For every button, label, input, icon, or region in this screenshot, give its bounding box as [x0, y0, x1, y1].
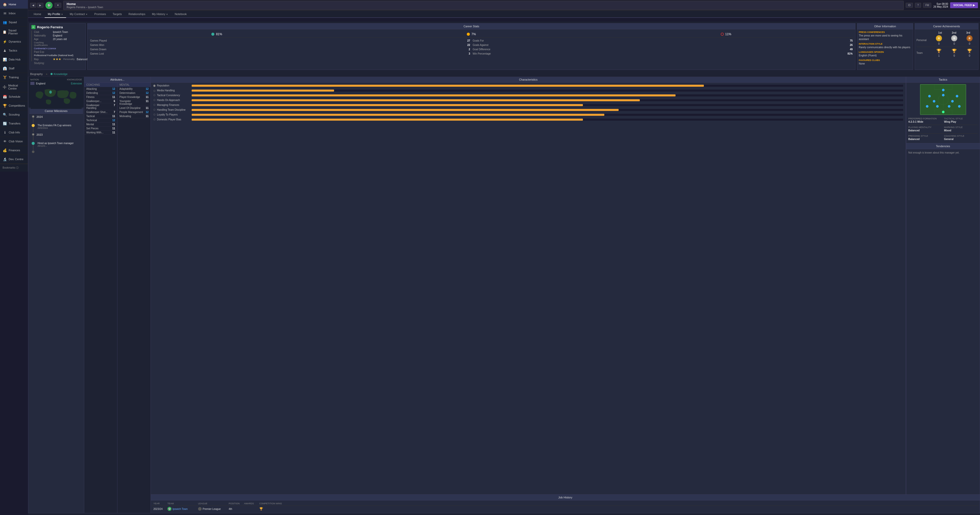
char-loyalty-bar — [192, 114, 327, 116]
detail-coaching-qual: Coaching Qualifications — [34, 41, 87, 46]
attributes-section: Attributes... COACHING Attacking 12 Defe… — [84, 77, 151, 172]
sidebar-item-training[interactable]: 🏋 Training — [0, 73, 28, 82]
sidebar-item-squad-planner[interactable]: 📋 Squad Planner — [0, 27, 28, 37]
attr-technical: Technical 12 — [84, 118, 117, 122]
tab-relationships[interactable]: Relationships — [125, 11, 148, 18]
right-side: Characteristics ⓘ Reputation ⓘ Media Han… — [151, 77, 327, 172]
map-knowledge-level: Extensive — [71, 82, 82, 85]
year-2024-label: 2024 — [37, 115, 43, 118]
main-area: ✏ Rogerio Ferreira — [28, 22, 327, 172]
char-tactical-consistency: ⓘ Tactical Consistency — [153, 94, 327, 97]
sidebar-item-label: Scouting — [9, 113, 20, 116]
profile-name-bar: ✏ Rogerio Ferreira — [32, 25, 84, 29]
char-handson-bar — [192, 99, 327, 101]
sidebar-item-scouting[interactable]: 🔍 Scouting — [0, 110, 28, 119]
attributes-columns: COACHING Attacking 12 Defending 12 Fitne… — [84, 83, 151, 172]
stat-row-3a: Games Drawn 2 — [89, 48, 327, 51]
sidebar-item-label: Tactics — [9, 49, 18, 52]
char-domestic-bias: ⓘ Domestic Player Bias — [153, 118, 327, 121]
sidebar-item-label: Data Hub — [9, 58, 21, 61]
map-nation-label: NATION — [30, 78, 39, 81]
tab-promises[interactable]: Promises — [91, 11, 109, 18]
char-media-bar-bg — [192, 89, 327, 92]
char-discipline-bar-bg — [192, 109, 327, 111]
char-tactical-bar — [192, 94, 327, 96]
dynamics-icon: ⚡ — [3, 39, 7, 44]
attr-set-pieces: Set Pieces 11 — [84, 127, 117, 130]
sidebar-item-medical[interactable]: ➕ Medical Centre — [0, 82, 28, 92]
char-managing-finances: ⓘ Managing Finances — [153, 103, 327, 106]
forward-button[interactable]: ▶ — [37, 3, 43, 8]
tab-targets[interactable]: Targets — [110, 11, 125, 18]
stat-row-2a: Games Won 22 — [89, 43, 327, 47]
sidebar-item-tactics[interactable]: ♟ Tactics — [0, 46, 28, 55]
bio-knowledge-bar: Biography ● Knowledge — [28, 72, 327, 77]
sidebar-item-club-info[interactable]: ℹ Club Info — [0, 128, 28, 137]
sidebar-item-club-vision[interactable]: 👁 Club Vision — [0, 137, 28, 146]
sidebar-item-competitions[interactable]: 🏆 Competitions — [0, 101, 28, 110]
planner-icon: 📋 — [3, 30, 6, 34]
attr-mental: Mental 11 — [84, 122, 117, 127]
avatar — [32, 30, 32, 61]
sidebar-item-label: Home — [9, 3, 16, 6]
back-button[interactable]: ◀ — [30, 3, 36, 8]
detail-nationality: Nationality England — [34, 34, 87, 37]
sidebar-item-squad[interactable]: 👥 Squad — [0, 18, 28, 27]
sidebar-item-label: Club Info — [9, 131, 20, 134]
char-reputation: ⓘ Reputation — [153, 84, 327, 87]
profile-name: Rogerio Ferreira — [37, 25, 63, 29]
stat-row-4a: Games Lost 3 — [89, 52, 327, 56]
sidebar-item-finances[interactable]: 💰 Finances — [0, 146, 28, 155]
attr-tactical: Tactical 11 — [84, 114, 117, 118]
milestone-1-title[interactable]: The Emirates FA Cup winners — [38, 124, 80, 127]
bookmarks[interactable]: Bookmarks ⓘ — [0, 164, 28, 172]
sidebar-item-dynamics[interactable]: ⚡ Dynamics — [0, 37, 28, 46]
sidebar-item-label: Staff — [9, 67, 14, 70]
detail-age: Age 20 years old — [34, 38, 87, 41]
attributes-title[interactable]: Attributes... — [84, 77, 151, 83]
tab-my-history[interactable]: My History ▼ — [149, 11, 171, 18]
stat-wins: 81% — [211, 32, 222, 36]
char-team-discipline: ⓘ Handling Team Discipline — [153, 108, 327, 111]
knowledge-button[interactable]: Knowledge — [51, 72, 67, 76]
sidebar-item-transfers[interactable]: 🔄 Transfers — [0, 119, 28, 128]
sidebar-item-data-hub[interactable]: 📊 Data Hub — [0, 55, 28, 64]
svg-point-13 — [49, 91, 52, 94]
sidebar-item-schedule[interactable]: 📅 Schedule — [0, 92, 28, 101]
milestone-2-title[interactable]: Hired as Ipswich Town manager — [38, 142, 80, 145]
sidebar-item-label: Competitions — [9, 104, 25, 107]
tab-my-contract[interactable]: My Contract ▼ — [67, 11, 91, 18]
attr-adaptability: Adaptability 12 — [118, 87, 151, 91]
rep-stars: ★★★ — [53, 57, 61, 61]
tab-home[interactable]: Home — [30, 11, 44, 18]
data-hub-icon: 📊 — [3, 57, 7, 62]
edit-icon[interactable]: ✏ — [32, 25, 35, 29]
transfers-icon: 🔄 — [3, 121, 7, 126]
green-dot — [211, 33, 215, 36]
sidebar-item-staff[interactable]: 👔 Staff — [0, 64, 28, 73]
sidebar-item-home[interactable]: 🏠 Home — [0, 0, 28, 9]
home-icon: 🏠 — [3, 2, 7, 6]
sidebar-item-label: Dynamics — [9, 40, 21, 43]
club-icon: ⚽ — [45, 2, 52, 9]
sidebar-item-dev-centre[interactable]: 🔬 Dev. Centre — [0, 155, 28, 164]
schedule-icon: 📅 — [3, 94, 7, 99]
domestic-bias-icon: ⓘ — [153, 118, 156, 121]
left-panel: NATION KNOWLEDGE England Extensive — [28, 77, 84, 172]
sidebar-item-inbox[interactable]: ✉ Inbox — [0, 9, 28, 18]
biography-button[interactable]: Biography — [30, 72, 43, 76]
career-stats-content: 81% 7% 11% Games Played 27 — [88, 29, 327, 58]
timeline-year-2023: 2023 — [32, 133, 81, 141]
characteristics-content: ⓘ Reputation ⓘ Media Handling ⓘ — [151, 83, 327, 124]
tab-my-profile[interactable]: My Profile ▼ — [45, 11, 66, 18]
dev-centre-icon: 🔬 — [3, 157, 7, 162]
tab-notebook[interactable]: Notebook — [172, 11, 189, 18]
milestone-1-date: 25/5/2024 — [38, 127, 80, 129]
char-domestic-bar — [192, 119, 327, 121]
nav-dropdown-button[interactable]: ▼ — [55, 3, 61, 8]
map-knowledge-label: KNOWLEDGE — [67, 78, 82, 81]
topbar: ◀ ▶ ⚽ ▼ Home Rogerio Ferreira – Ipswich … — [28, 0, 327, 11]
mental-label: MENTAL — [118, 83, 151, 87]
char-reputation-bar — [192, 85, 327, 87]
sidebar-item-label: Squad Planner — [8, 29, 25, 35]
